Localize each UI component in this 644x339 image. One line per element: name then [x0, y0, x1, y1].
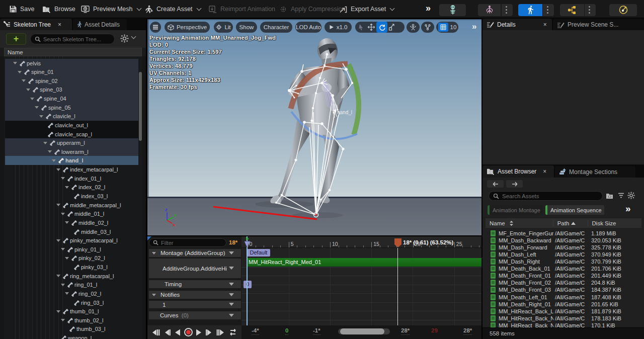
svg-text:Z: Z — [165, 208, 168, 212]
svg-text:Y: Y — [174, 213, 177, 218]
svg-text:X: X — [173, 223, 176, 227]
svg-text:hand_l: hand_l — [337, 110, 352, 115]
